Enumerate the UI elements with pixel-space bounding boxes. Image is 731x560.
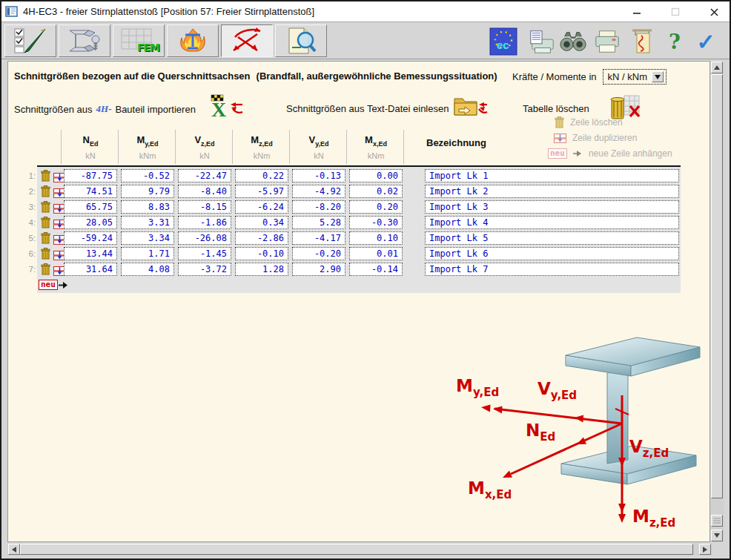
cell-bezeichnung[interactable]: Import Lk 2 <box>425 185 679 198</box>
cell-bezeichnung[interactable]: Import Lk 3 <box>425 200 679 214</box>
delete-row-button[interactable] <box>41 248 50 263</box>
column-unit: kNm <box>121 151 174 160</box>
cell-my-ed[interactable]: -0.52 <box>121 169 174 182</box>
print-preview-button[interactable] <box>275 24 327 57</box>
delete-row-button[interactable] <box>41 170 50 185</box>
cell-n-ed[interactable]: 74.51 <box>64 185 117 198</box>
delete-row-button[interactable] <box>41 263 50 278</box>
cell-mx-ed[interactable]: 0.01 <box>349 247 403 260</box>
cell-mz-ed[interactable]: -0.10 <box>235 247 288 260</box>
cell-bezeichnung[interactable]: Import Lk 1 <box>425 169 679 182</box>
cell-vz-ed[interactable]: -1.86 <box>178 216 231 229</box>
vertical-scrollbar[interactable] <box>710 61 724 542</box>
scroll-grip[interactable] <box>711 515 723 527</box>
cell-my-ed[interactable]: 4.08 <box>121 263 174 276</box>
cell-n-ed[interactable]: -87.75 <box>64 169 117 182</box>
cell-mx-ed[interactable]: 0.10 <box>349 231 403 245</box>
dropdown-arrow-icon[interactable] <box>652 71 664 82</box>
cell-my-ed[interactable]: 8.83 <box>121 200 174 214</box>
column-unit: kNm <box>235 151 288 160</box>
trash-icon <box>41 263 50 275</box>
cell-my-ed[interactable]: 3.31 <box>121 216 174 229</box>
delete-row-button[interactable] <box>41 232 50 247</box>
scroll-right-button[interactable] <box>699 544 711 555</box>
cell-mz-ed[interactable]: -6.24 <box>235 200 288 214</box>
protocol-button[interactable] <box>628 26 656 57</box>
cell-bezeichnung[interactable]: Import Lk 6 <box>425 247 679 260</box>
cell-my-ed[interactable]: 1.71 <box>121 247 174 260</box>
column-header: Vy,Ed kN <box>292 134 345 160</box>
cell-bezeichnung[interactable]: Import Lk 4 <box>425 216 679 229</box>
cell-mz-ed[interactable]: 0.22 <box>235 169 288 182</box>
cell-n-ed[interactable]: -59.24 <box>64 231 117 245</box>
cell-vy-ed[interactable]: -8.20 <box>292 200 345 214</box>
trash-icon <box>41 185 50 197</box>
cell-vy-ed[interactable]: -4.92 <box>292 185 345 198</box>
delete-row-button[interactable] <box>41 201 50 216</box>
cell-vy-ed[interactable]: -0.20 <box>292 247 345 260</box>
cell-bezeichnung[interactable]: Import Lk 7 <box>425 263 679 276</box>
cell-mx-ed[interactable]: 0.02 <box>349 185 403 198</box>
print-button[interactable] <box>593 26 621 57</box>
scroll-down-button[interactable] <box>711 530 723 541</box>
search-button[interactable] <box>559 26 587 57</box>
confirm-button[interactable]: ✓ <box>691 26 721 57</box>
cell-vz-ed[interactable]: -1.45 <box>178 247 231 260</box>
cell-vz-ed[interactable]: -3.72 <box>178 263 231 276</box>
table-row: 4: 28.05 3.31 -1.86 0.34 5.28 -0.30 Impo… <box>37 215 681 231</box>
append-row-button[interactable]: neu <box>39 280 67 290</box>
cell-n-ed[interactable]: 13.44 <box>64 247 117 260</box>
cell-mz-ed[interactable]: -5.97 <box>235 185 288 198</box>
table-body: neu 1: -87.75 -0.52 -22 <box>37 165 681 293</box>
cell-vz-ed[interactable]: -22.47 <box>178 169 231 182</box>
delete-row-button[interactable] <box>41 185 50 200</box>
import-textfile-button[interactable] <box>453 94 489 121</box>
cell-vz-ed[interactable]: -8.15 <box>178 200 231 214</box>
cell-vy-ed[interactable]: 5.28 <box>292 216 345 229</box>
cell-mz-ed[interactable]: 1.28 <box>235 263 288 276</box>
close-button[interactable] <box>704 4 724 20</box>
scroll-up-button[interactable] <box>711 62 723 73</box>
minimize-button[interactable] <box>627 4 646 20</box>
import-bauteil-button[interactable]: X <box>210 94 244 121</box>
units-value: kN / kNm <box>608 71 647 82</box>
fem-button[interactable]: FEM <box>113 24 165 57</box>
scroll-left-button[interactable] <box>8 544 20 555</box>
cell-mx-ed[interactable]: -0.14 <box>349 263 403 276</box>
cell-my-ed[interactable]: 9.79 <box>121 185 174 198</box>
cell-vz-ed[interactable]: -26.08 <box>178 231 231 245</box>
eurocode-button[interactable]: ec <box>489 26 517 57</box>
units-dropdown[interactable]: kN / kNm <box>603 69 666 85</box>
cell-n-ed[interactable]: 65.75 <box>64 200 117 214</box>
vy-ed-label: Vy,Ed <box>538 381 577 401</box>
cell-mz-ed[interactable]: -2.86 <box>235 231 288 245</box>
help-button[interactable]: ? <box>664 26 686 57</box>
cell-vz-ed[interactable]: -8.40 <box>178 185 231 198</box>
cell-n-ed[interactable]: 28.05 <box>64 216 117 229</box>
cell-mx-ed[interactable]: 0.00 <box>349 169 403 182</box>
cell-my-ed[interactable]: 3.34 <box>121 231 174 245</box>
cell-mx-ed[interactable]: -0.30 <box>349 216 403 229</box>
trash-icon <box>555 116 564 128</box>
cell-n-ed[interactable]: 31.64 <box>64 263 117 276</box>
cell-mz-ed[interactable]: 0.34 <box>235 216 288 229</box>
neu-icon: neu <box>548 148 567 159</box>
row-number: 6: <box>26 249 36 258</box>
cell-vy-ed[interactable]: -0.13 <box>292 169 345 182</box>
fire-design-button[interactable] <box>167 24 219 57</box>
arrow-right-icon <box>573 151 581 157</box>
cell-mx-ed[interactable]: 0.20 <box>349 200 403 214</box>
print-document-button[interactable] <box>528 26 556 57</box>
delete-row-button[interactable] <box>41 217 50 231</box>
vertical-scroll-thumb[interactable] <box>711 74 723 498</box>
checklist-settings-button[interactable] <box>4 24 56 57</box>
beam-section-button[interactable] <box>59 24 110 57</box>
cell-vy-ed[interactable]: 2.90 <box>292 263 345 276</box>
cell-vy-ed[interactable]: -4.17 <box>292 231 345 245</box>
help-icon: ? <box>669 30 681 53</box>
horizontal-scrollbar[interactable] <box>7 543 712 556</box>
horizontal-scroll-thumb[interactable] <box>20 544 693 555</box>
internal-forces-button[interactable] <box>221 24 273 57</box>
cell-bezeichnung[interactable]: Import Lk 5 <box>425 231 679 245</box>
maximize-button[interactable] <box>666 4 685 20</box>
